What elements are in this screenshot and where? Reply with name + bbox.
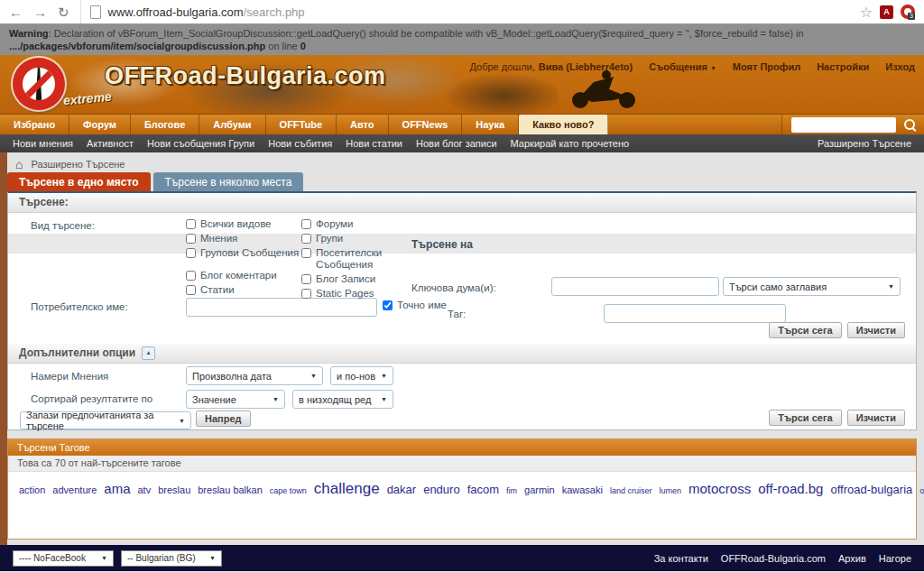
menu-съобщения[interactable]: Съобщения▼ — [649, 61, 716, 72]
subnav-нови-статии[interactable]: Нови статии — [346, 138, 402, 149]
tab-албуми[interactable]: Албуми — [199, 115, 265, 134]
tag-adventure[interactable]: adventure — [52, 484, 97, 495]
tag-fim[interactable]: fim — [506, 486, 517, 495]
save-preferences-value: Запази предпочитанията за търсене — [26, 410, 174, 431]
subnav-нови-събития[interactable]: Нови събития — [268, 138, 332, 149]
tab-форум[interactable]: Форум — [69, 115, 131, 134]
tag-facom[interactable]: facom — [467, 483, 499, 496]
footer-link-нагоре[interactable]: Нагоре — [879, 553, 911, 564]
keyword-input[interactable] — [551, 277, 719, 296]
tab-наука[interactable]: Наука — [462, 115, 519, 134]
site-logo[interactable] — [13, 58, 65, 110]
language-select[interactable]: -- Bulgarian (BG) ▼ — [121, 550, 222, 567]
footer-link-offroad-bulgaria.com[interactable]: OFFRoad-Bulgaria.com — [721, 553, 826, 564]
tab-search-single[interactable]: Търсене в едно място — [7, 172, 151, 192]
tag-lumen[interactable]: lumen — [659, 486, 681, 495]
subnav-нови-съобщения-групи[interactable]: Нови съобщения Групи — [147, 138, 254, 149]
welcome-text: Добре дошли, — [469, 61, 534, 72]
tag-breslau[interactable]: breslau — [158, 484, 190, 495]
tab-авто[interactable]: Авто — [337, 115, 389, 134]
search-now-button[interactable]: Търси сега — [769, 322, 841, 338]
collapse-icon[interactable]: ▴ — [142, 346, 155, 360]
subnav-маркирай-като-прочетено[interactable]: Маркирай като прочетено — [511, 138, 630, 149]
reset-button[interactable]: Изчисти — [847, 322, 905, 338]
tab-блогове[interactable]: Блогове — [131, 115, 199, 134]
checkbox-input-всички-видове[interactable] — [186, 219, 196, 229]
site-header: extreme OFFRoad-Bulgaria.com Добре дошли… — [0, 55, 924, 114]
tag-challenge[interactable]: challenge — [314, 480, 380, 497]
sort-by-select[interactable]: Значение ▼ — [186, 390, 285, 409]
checkbox-input-статии[interactable] — [186, 285, 196, 295]
tag-enduro[interactable]: enduro — [423, 483, 459, 496]
tab-search-multi[interactable]: Търсене в няколко места — [153, 172, 304, 192]
chevron-down-icon: ▼ — [888, 283, 894, 290]
checkbox-input-блог-записи[interactable] — [301, 274, 311, 284]
date-range-select[interactable]: Произволна дата ▼ — [186, 366, 323, 385]
bookmark-star-icon[interactable]: ☆ — [860, 4, 873, 21]
site-title: OFFRoad-Bulgaria.com — [105, 62, 386, 90]
tag-garmin[interactable]: garmin — [524, 484, 555, 495]
tag-breslau-balkan[interactable]: breslau balkan — [198, 484, 263, 495]
tag-atv[interactable]: atv — [137, 484, 151, 495]
tag-ama[interactable]: ama — [104, 481, 130, 496]
url-text[interactable]: www.offroad-bulgaria.com/search.php — [108, 5, 305, 19]
tag-motocross[interactable]: motocross — [688, 481, 751, 496]
tag-cape-town[interactable]: cape town — [270, 486, 307, 495]
tag-kawasaki[interactable]: kawasaki — [562, 484, 603, 495]
checkbox-input-блог-коментари[interactable] — [186, 271, 196, 281]
checkbox-input-посетителски-съобщения[interactable] — [301, 248, 311, 258]
menu-моят-профил[interactable]: Моят Профил — [733, 61, 800, 72]
subnav-активност[interactable]: Активност — [87, 138, 134, 149]
title-only-select[interactable]: Търси само заглавия ▼ — [723, 277, 901, 296]
page-body: ⌂ Разширено Търсене Търсене в едно място… — [0, 152, 924, 545]
pdf-extension-icon[interactable]: A — [880, 5, 893, 19]
checkbox-input-static-pages[interactable] — [301, 289, 311, 299]
save-preferences-select[interactable]: Запази предпочитанията за търсене ▼ — [20, 411, 191, 429]
tag-action[interactable]: action — [19, 484, 45, 495]
forward-button[interactable]: Напред — [196, 411, 251, 427]
search-icon[interactable] — [904, 119, 915, 130]
page-icon — [90, 5, 101, 19]
checkbox-input-групи[interactable] — [301, 234, 311, 244]
section-header-extra-options: Допълнителни опции ▴ — [8, 344, 916, 364]
menu-изход[interactable]: Изход — [885, 61, 915, 72]
checkbox-input-форуми[interactable] — [301, 219, 311, 229]
checkbox-static-pages: Static Pages — [301, 288, 411, 301]
reset-button[interactable]: Изчисти — [847, 410, 905, 426]
search-now-button[interactable]: Търси сега — [769, 410, 841, 426]
tab-какво-ново-[interactable]: Какво ново? — [519, 115, 608, 134]
tag-land-cruiser[interactable]: land cruiser — [610, 486, 652, 495]
quick-search-input[interactable] — [791, 117, 896, 133]
tag-off-road.bg[interactable]: off-road.bg — [758, 481, 823, 496]
address-bar[interactable]: www.offroad-bulgaria.com/search.php — [80, 0, 853, 23]
search-form-panel: Търсене: Вид търсене: Търсене на Всички … — [7, 191, 917, 430]
style-select[interactable]: ---- NoFaceBook ▼ — [13, 550, 114, 567]
subnav-нови-мнения[interactable]: Нови мнения — [13, 138, 73, 149]
newer-older-select[interactable]: и по-нов ▼ — [330, 366, 393, 385]
menu-настройки[interactable]: Настройки — [817, 61, 869, 72]
footer-link-за-контакти[interactable]: За контакти — [654, 553, 708, 564]
subnav-нови-блог-записи[interactable]: Нови блог записи — [416, 138, 497, 149]
tab-избрано[interactable]: Избрано — [0, 115, 69, 134]
sort-order-select[interactable]: в низходящ ред ▼ — [292, 390, 393, 409]
reload-icon[interactable]: ↻ — [58, 5, 69, 19]
tab-offnews[interactable]: OFFNews — [389, 115, 463, 134]
forward-icon[interactable]: → — [33, 5, 47, 19]
tag-input[interactable] — [604, 304, 786, 323]
checkbox-input-мнения[interactable] — [186, 234, 196, 244]
subnav-advanced-search[interactable]: Разширено Търсене — [818, 138, 911, 149]
back-icon[interactable]: ← — [9, 5, 23, 19]
main-nav: ИзбраноФорумБлоговеАлбумиOFFTubeАвтоOFFN… — [0, 114, 924, 134]
username-link[interactable]: Вива (Liebherr4eto) — [539, 61, 633, 72]
footer-link-архив[interactable]: Архив — [838, 553, 866, 564]
search-type-column-2: ФорумиГрупиПосетителски СъобщенияБлог За… — [301, 218, 411, 302]
tag-offroad-club[interactable]: offroad club — [919, 486, 924, 495]
checkbox-input-групови-съобщения[interactable] — [186, 248, 196, 258]
user-menu: Добре дошли, Вива (Liebherr4eto) Съобщен… — [469, 61, 915, 72]
tag-dakar[interactable]: dakar — [387, 483, 417, 496]
adblock-extension-icon[interactable]: 3 — [901, 5, 915, 19]
tag-offroad-bulgaria[interactable]: offroad-bulgaria — [830, 483, 912, 496]
tab-offtube[interactable]: OFFTube — [266, 115, 337, 134]
home-icon[interactable]: ⌂ — [15, 158, 23, 171]
section-header-search: Търсене: — [8, 193, 916, 213]
